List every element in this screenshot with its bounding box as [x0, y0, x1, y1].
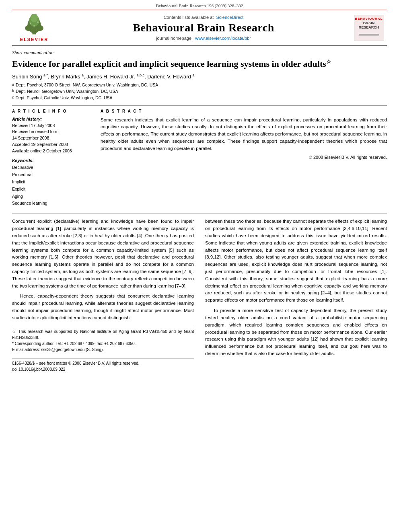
- sciencedirect-link[interactable]: ScienceDirect: [216, 15, 244, 20]
- elsevier-tree-icon: [20, 14, 48, 36]
- article-title: Evidence for parallel explicit and impli…: [12, 58, 387, 70]
- keywords-title: Keywords:: [12, 158, 93, 163]
- body-left-col: Concurrent explicit (declarative) learni…: [12, 218, 194, 372]
- footnote-email: E-mail address: sss35@georgetown.edu (S.…: [12, 347, 194, 353]
- history-revised-date: 14 September 2008: [12, 135, 93, 142]
- bbr-logo-area: BEHAVIOURAL BRAIN RESEARCH: [351, 13, 387, 42]
- bbr-logo-box: BEHAVIOURAL BRAIN RESEARCH: [354, 15, 384, 41]
- body-right-col: between these two theories, because they…: [205, 218, 387, 372]
- keyword-procedural: Procedural: [12, 171, 93, 179]
- header-center: Contents lists available at ScienceDirec…: [56, 13, 351, 42]
- history-revised-label: Received in revised form: [12, 129, 93, 135]
- svg-point-7: [37, 21, 39, 23]
- history-online: Available online 2 October 2008: [12, 148, 93, 154]
- abstract-col: A B S T R A C T Some research indicates …: [101, 109, 387, 207]
- copyright-line: © 2008 Elsevier B.V. All rights reserved…: [101, 155, 387, 160]
- keyword-sequence-learning: Sequence learning: [12, 200, 93, 207]
- journal-homepage-line: journal homepage: www.elsevier.com/locat…: [156, 36, 251, 41]
- journal-top-header: Behavioural Brain Research 196 (2009) 32…: [0, 0, 399, 10]
- affiliation-b: b Dept. Neurol, Georgetown Univ, Washing…: [12, 88, 387, 95]
- body-para-4: To provide a more sensitive test of capa…: [205, 307, 387, 357]
- journal-homepage-link[interactable]: www.elsevier.com/locate/bbr: [195, 36, 251, 41]
- footnote-section: ☆ This research was supported by Nationa…: [12, 326, 194, 353]
- article-section-label: Short communication: [12, 50, 387, 56]
- journal-citation: Behavioural Brain Research 196 (2009) 32…: [156, 3, 243, 8]
- elsevier-wordmark: ELSEVIER: [20, 37, 48, 42]
- abstract-text: Some research indicates that explicit le…: [101, 117, 387, 152]
- page-wrapper: Behavioural Brain Research 196 (2009) 32…: [0, 0, 399, 532]
- history-received: Received 17 July 2008: [12, 123, 93, 129]
- affiliation-c: c Dept. Psychol, Catholic Univ, Washingt…: [12, 95, 387, 101]
- body-two-col: Concurrent explicit (declarative) learni…: [12, 218, 387, 372]
- affiliations: a Dept. Psychol, 3700 O Street, NW, Geor…: [12, 82, 387, 101]
- article-history-title: Article history:: [12, 117, 93, 121]
- body-para-2: Hence, capacity-dependent theory suggest…: [12, 293, 194, 321]
- keyword-declarative: Declarative: [12, 164, 93, 171]
- body-section: Concurrent explicit (declarative) learni…: [12, 214, 387, 372]
- article-info-col: A R T I C L E I N F O Article history: R…: [12, 109, 93, 207]
- svg-point-2: [25, 25, 32, 31]
- keyword-implicit: Implicit: [12, 179, 93, 186]
- affiliation-a: a Dept. Psychol, 3700 O Street, NW, Geor…: [12, 82, 387, 88]
- svg-rect-9: [359, 34, 379, 35]
- article-info-abstract-section: A R T I C L E I N F O Article history: R…: [12, 109, 387, 207]
- bbr-logo-line3: RESEARCH: [359, 25, 379, 29]
- svg-point-3: [36, 25, 43, 31]
- keyword-aging: Aging: [12, 193, 93, 200]
- bbr-logo-line1: BEHAVIOURAL: [355, 17, 383, 21]
- divider: [12, 105, 387, 106]
- authors-line: Sunbin Song a,*, Brynn Marks a, James H.…: [12, 73, 387, 80]
- svg-point-8: [33, 25, 35, 27]
- body-para-1: Concurrent explicit (declarative) learni…: [12, 218, 194, 290]
- svg-rect-10: [359, 35, 379, 36]
- issn-line: 0166-4328/$ – see front matter © 2008 El…: [12, 360, 194, 367]
- article-info-heading: A R T I C L E I N F O: [12, 109, 93, 113]
- content-area: Short communication Evidence for paralle…: [12, 46, 387, 373]
- abstract-heading: A B S T R A C T: [101, 109, 387, 113]
- sciencedirect-line: Contents lists available at ScienceDirec…: [164, 15, 244, 20]
- svg-point-6: [30, 23, 31, 24]
- footnote-star: ☆ This research was supported by Nationa…: [12, 329, 194, 341]
- body-para-3: between these two theories, because they…: [205, 218, 387, 304]
- bbr-logo-decoration: [359, 31, 379, 39]
- title-star: ☆: [326, 59, 331, 65]
- journal-name-heading: Behavioural Brain Research: [133, 21, 274, 34]
- elsevier-logo-area: ELSEVIER: [12, 13, 56, 42]
- header-band: ELSEVIER Contents lists available at Sci…: [12, 10, 387, 46]
- elsevier-logo: ELSEVIER: [20, 14, 48, 42]
- doi-line: doi:10.1016/j.bbr.2008.09.022: [12, 366, 194, 373]
- bbr-logo-line2: BRAIN: [363, 21, 375, 25]
- footnote-corresponding: * Corresponding author. Tel.: +1 202 687…: [12, 341, 194, 347]
- keyword-explicit: Explicit: [12, 186, 93, 193]
- bottom-info: 0166-4328/$ – see front matter © 2008 El…: [12, 358, 194, 373]
- history-accepted: Accepted 19 September 2008: [12, 142, 93, 148]
